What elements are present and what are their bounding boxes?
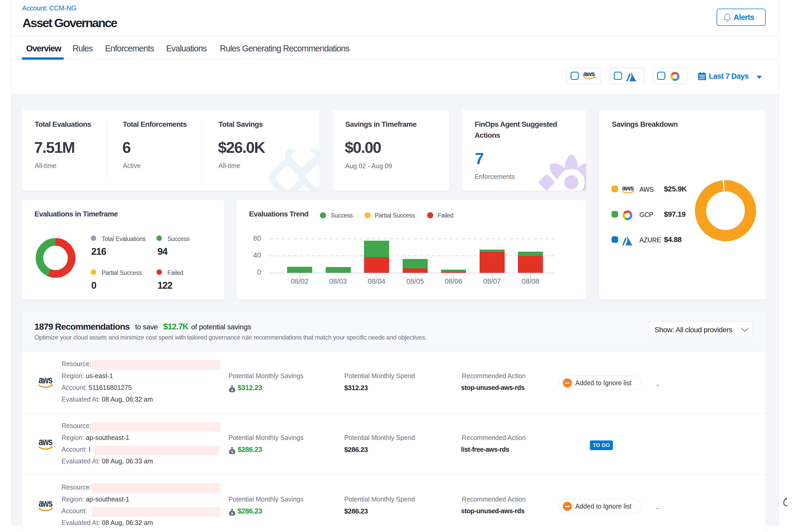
svg-text:$: $ bbox=[231, 388, 233, 392]
svg-text:$: $ bbox=[231, 511, 233, 515]
svg-text:$: $ bbox=[231, 450, 233, 454]
